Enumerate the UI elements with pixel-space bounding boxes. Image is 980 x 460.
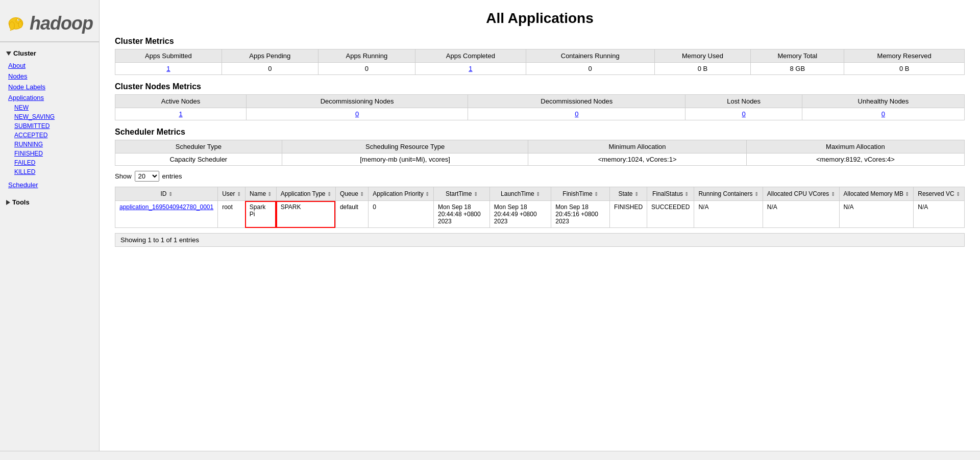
cluster-label: Cluster xyxy=(13,49,36,57)
sort-icon: ⇕ xyxy=(425,191,429,197)
sm-header: Scheduling Resource Type xyxy=(282,140,528,154)
sidebar-sub-submitted[interactable]: SUBMITTED xyxy=(0,121,99,131)
cn-link[interactable]: 0 xyxy=(881,110,885,118)
sidebar-sub-finished[interactable]: FINISHED xyxy=(0,149,99,158)
app-link[interactable]: application_1695040942780_0001 xyxy=(119,203,213,211)
sort-icon: ⇕ xyxy=(536,191,540,197)
sidebar-sub-failed[interactable]: FAILED xyxy=(0,158,99,167)
app-table-header-allocated-mem[interactable]: Allocated Memory MB ⇕ xyxy=(839,187,914,201)
cm-value: 0 xyxy=(318,63,415,75)
sidebar-node-labels[interactable]: Node Labels xyxy=(0,82,99,92)
cluster-nodes-title: Cluster Nodes Metrics xyxy=(115,82,965,91)
sort-icon: ⇕ xyxy=(360,191,364,197)
cm-value: 1 xyxy=(115,63,222,75)
app-table-header-launch-time[interactable]: LaunchTime ⇕ xyxy=(489,187,551,201)
priority-cell: 0 xyxy=(369,201,434,228)
cn-link[interactable]: 0 xyxy=(355,110,359,118)
cn-value: 1 xyxy=(115,108,247,120)
app-table-header-application-type[interactable]: Application Type ⇕ xyxy=(276,187,335,201)
sm-value: [memory-mb (unit=Mi), vcores] xyxy=(282,154,528,166)
sidebar-applications[interactable]: Applications xyxy=(0,92,99,103)
entries-select[interactable]: 102050100 xyxy=(135,171,159,182)
table-row: application_1695040942780_0001rootSpark … xyxy=(115,201,965,228)
sidebar-sub-running[interactable]: RUNNING xyxy=(0,140,99,149)
app-table-header-state[interactable]: State ⇕ xyxy=(610,187,647,201)
sort-icon: ⇕ xyxy=(327,191,331,197)
cn-value: 0 xyxy=(685,108,802,120)
cm-header: Apps Running xyxy=(318,49,415,63)
app-id-cell[interactable]: application_1695040942780_0001 xyxy=(115,201,218,228)
bottom-scrollbar[interactable] xyxy=(0,451,980,460)
cn-header: Active Nodes xyxy=(115,95,247,108)
start-time-cell: Mon Sep 18 20:44:48 +0800 2023 xyxy=(433,201,489,228)
cm-value: 8 GB xyxy=(751,63,844,75)
sort-icon: ⇕ xyxy=(684,191,689,197)
sm-header: Maximum Allocation xyxy=(746,140,964,154)
sort-icon: ⇕ xyxy=(956,191,960,197)
state-cell: FINISHED xyxy=(610,201,647,228)
page-title: All Applications xyxy=(115,10,965,27)
show-label: Show xyxy=(115,172,132,180)
cm-link[interactable]: 1 xyxy=(469,65,472,72)
app-table-header-start-time[interactable]: StartTime ⇕ xyxy=(433,187,489,201)
entries-suffix: entries xyxy=(162,172,182,180)
launch-time-cell: Mon Sep 18 20:44:49 +0800 2023 xyxy=(489,201,551,228)
cm-link[interactable]: 1 xyxy=(166,65,170,72)
cn-link[interactable]: 0 xyxy=(575,110,578,118)
app-table-header-reserved-vc[interactable]: Reserved VC ⇕ xyxy=(914,187,965,201)
cn-value: 0 xyxy=(802,108,964,120)
name-cell: Spark Pi xyxy=(245,201,276,228)
sidebar-about[interactable]: About xyxy=(0,60,99,71)
sidebar-sub-accepted[interactable]: ACCEPTED xyxy=(0,131,99,140)
cn-link[interactable]: 1 xyxy=(179,110,182,118)
sort-icon: ⇕ xyxy=(594,191,598,197)
sm-value: Capacity Scheduler xyxy=(115,154,282,166)
cluster-section[interactable]: Cluster xyxy=(0,46,99,60)
cm-value: 0 xyxy=(526,63,654,75)
app-table-header-user[interactable]: User ⇕ xyxy=(218,187,246,201)
sort-icon: ⇕ xyxy=(905,191,909,197)
scheduler-metrics-title: Scheduler Metrics xyxy=(115,127,965,137)
cm-header: Memory Used xyxy=(654,49,751,63)
sm-header: Minimum Allocation xyxy=(528,140,746,154)
reserved-vc-cell: N/A xyxy=(914,201,965,228)
app-table-header-running-containers[interactable]: Running Containers ⇕ xyxy=(694,187,763,201)
cn-header: Unhealthy Nodes xyxy=(802,95,964,108)
sm-header: Scheduler Type xyxy=(115,140,282,154)
sidebar-nodes[interactable]: Nodes xyxy=(0,71,99,82)
app-table-header-name[interactable]: Name ⇕ xyxy=(245,187,276,201)
app-table-header-id[interactable]: ID ⇕ xyxy=(115,187,218,201)
cn-header: Decommissioning Nodes xyxy=(247,95,468,108)
svg-point-1 xyxy=(9,22,14,30)
sidebar-sub-links: NEWNEW_SAVINGSUBMITTEDACCEPTEDRUNNINGFIN… xyxy=(0,103,99,176)
cm-header: Memory Reserved xyxy=(844,49,965,63)
cn-header: Decommissioned Nodes xyxy=(468,95,685,108)
sort-icon: ⇕ xyxy=(754,191,758,197)
tools-section[interactable]: Tools xyxy=(0,195,99,209)
cm-value: 0 xyxy=(222,63,318,75)
logo-text: hadoop xyxy=(30,13,93,34)
app-table-header-queue[interactable]: Queue ⇕ xyxy=(335,187,368,201)
finish-time-cell: Mon Sep 18 20:45:16 +0800 2023 xyxy=(551,201,610,228)
cm-header: Apps Pending xyxy=(222,49,318,63)
app-table-header-finish-time[interactable]: FinishTime ⇕ xyxy=(551,187,610,201)
cn-link[interactable]: 0 xyxy=(742,110,746,118)
sidebar-sub-new[interactable]: NEW xyxy=(0,103,99,112)
tools-label: Tools xyxy=(12,198,30,206)
app-table-header-allocated-cpu[interactable]: Allocated CPU VCores ⇕ xyxy=(763,187,839,201)
sidebar-sub-new_saving[interactable]: NEW_SAVING xyxy=(0,112,99,121)
sidebar-scheduler[interactable]: Scheduler xyxy=(0,180,99,190)
cm-value: 0 B xyxy=(654,63,751,75)
sort-icon: ⇕ xyxy=(168,191,173,197)
cluster-metrics-title: Cluster Metrics xyxy=(115,37,965,46)
app-table-header-application-priority[interactable]: Application Priority ⇕ xyxy=(369,187,434,201)
allocated-mem-cell: N/A xyxy=(839,201,914,228)
cluster-chevron xyxy=(6,52,11,56)
cm-value: 1 xyxy=(415,63,526,75)
app-table-header-final-status[interactable]: FinalStatus ⇕ xyxy=(647,187,694,201)
cm-header: Apps Completed xyxy=(415,49,526,63)
app-type-cell: SPARK xyxy=(276,201,335,228)
tools-chevron xyxy=(6,200,10,205)
cluster-nodes-table: Active NodesDecommissioning NodesDecommi… xyxy=(115,94,965,120)
sidebar-sub-killed[interactable]: KILLED xyxy=(0,167,99,176)
